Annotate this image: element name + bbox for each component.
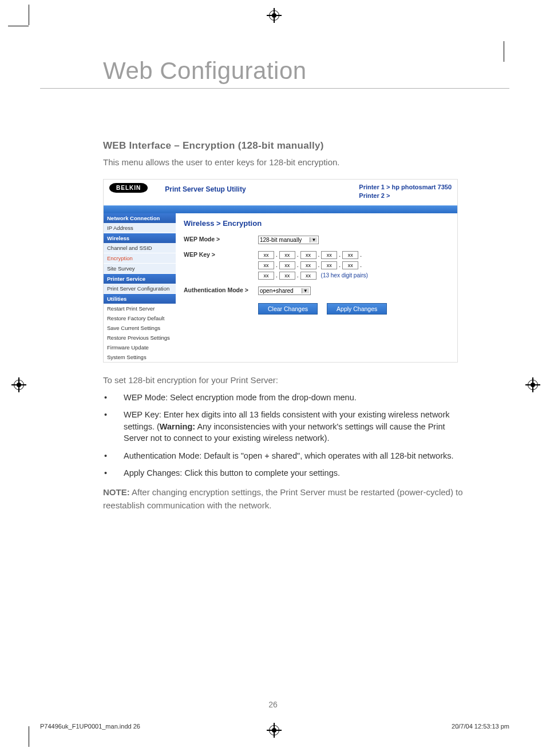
hex-input[interactable]: xx xyxy=(300,251,316,259)
utility-title: Print Server Setup Utility xyxy=(165,185,246,193)
bullet-auth-mode: Authentication Mode: Default is "open + … xyxy=(124,450,469,462)
sidebar-head-utilities[interactable]: Utilities xyxy=(104,294,176,304)
section-heading: WEB Interface – Encryption (128-bit manu… xyxy=(103,140,469,152)
footer-timestamp: 20/7/04 12:53:13 pm xyxy=(452,723,509,730)
hex-input[interactable]: xx xyxy=(300,261,316,269)
sidebar-head-wireless[interactable]: Wireless xyxy=(104,233,176,243)
printer-1-link[interactable]: Printer 1 > hp photosmart 7350 xyxy=(359,183,452,192)
hex-input[interactable]: xx xyxy=(321,261,337,269)
auth-mode-select[interactable]: open+shared ▼ xyxy=(258,287,311,295)
sidebar-head-network[interactable]: Network Connection xyxy=(104,213,176,223)
horizontal-rule xyxy=(40,88,509,89)
sidebar-item-restart[interactable]: Restart Print Server xyxy=(104,304,176,313)
wep-mode-label: WEP Mode > xyxy=(184,236,258,242)
footer-filename: P74496uk_F1UP0001_man.indd 26 xyxy=(40,723,140,730)
chapter-title: Web Configuration xyxy=(103,57,509,85)
chevron-down-icon: ▼ xyxy=(302,288,309,293)
sidebar-item-ip[interactable]: IP Address xyxy=(104,223,176,233)
belkin-logo: BELKIN xyxy=(109,183,148,193)
printer-2-link[interactable]: Printer 2 > xyxy=(359,192,452,200)
auth-mode-label: Authentication Mode > xyxy=(184,287,258,293)
sidebar-head-printer[interactable]: Printer Service xyxy=(104,274,176,284)
bullet-wep-key: WEP Key: Enter hex digits into all 13 fi… xyxy=(124,409,469,444)
hex-input[interactable]: xx xyxy=(258,261,274,269)
hex-input[interactable]: xx xyxy=(342,251,358,259)
hex-input[interactable]: xx xyxy=(279,261,295,269)
note-text: NOTE: After changing encryption settings… xyxy=(103,486,469,512)
sidebar-item-save[interactable]: Save Current Settings xyxy=(104,323,176,333)
hex-input[interactable]: xx xyxy=(321,251,337,259)
sidebar-item-encryption[interactable]: Encryption xyxy=(104,253,176,264)
page-number: 26 xyxy=(0,700,546,709)
sidebar-item-restore-prev[interactable]: Restore Previous Settings xyxy=(104,333,176,343)
hex-row-2: xx. xx. xx. xx. xx. xyxy=(258,261,368,269)
hex-input[interactable]: xx xyxy=(258,251,274,259)
embedded-screenshot: BELKIN Print Server Setup Utility Printe… xyxy=(103,179,458,363)
clear-changes-button[interactable]: Clear Changes xyxy=(258,303,318,315)
chevron-down-icon: ▼ xyxy=(310,237,317,242)
header-bar xyxy=(104,205,457,213)
hex-input[interactable]: xx xyxy=(300,272,316,280)
hex-input[interactable]: xx xyxy=(342,261,358,269)
sidebar-item-firmware[interactable]: Firmware Update xyxy=(104,343,176,352)
hex-row-3: xx. xx. xx (13 hex digit pairs) xyxy=(258,272,368,280)
hex-row-1: xx. xx. xx. xx. xx. xyxy=(258,251,368,259)
instructions-lead: To set 128-bit encryption for your Print… xyxy=(103,374,469,386)
sidebar-item-system[interactable]: System Settings xyxy=(104,352,176,362)
hex-input[interactable]: xx xyxy=(258,272,274,280)
bullet-apply: Apply Changes: Click this button to comp… xyxy=(124,467,469,479)
hex-input[interactable]: xx xyxy=(279,272,295,280)
hex-input[interactable]: xx xyxy=(279,251,295,259)
wep-mode-select[interactable]: 128-bit manually ▼ xyxy=(258,236,319,244)
wep-key-label: WEP Key > xyxy=(184,251,258,258)
sidebar-item-psconfig[interactable]: Print Server Configuration xyxy=(104,284,176,294)
sidebar-item-restore-factory[interactable]: Restore Factory Default xyxy=(104,313,176,323)
sidebar: Network Connection IP Address Wireless C… xyxy=(104,213,176,362)
bullet-wep-mode: WEP Mode: Select encryption mode from th… xyxy=(124,392,469,404)
sidebar-item-survey[interactable]: Site Survey xyxy=(104,264,176,274)
auth-mode-value: open+shared xyxy=(260,288,294,294)
breadcrumb: Wireless > Encryption xyxy=(184,219,449,228)
apply-changes-button[interactable]: Apply Changes xyxy=(327,303,387,315)
wep-mode-value: 128-bit manually xyxy=(260,237,302,243)
sidebar-item-channel[interactable]: Channel and SSID xyxy=(104,243,176,253)
section-lead: This menu allows the user to enter keys … xyxy=(103,156,469,169)
hex-note: (13 hex digit pairs) xyxy=(321,272,368,278)
